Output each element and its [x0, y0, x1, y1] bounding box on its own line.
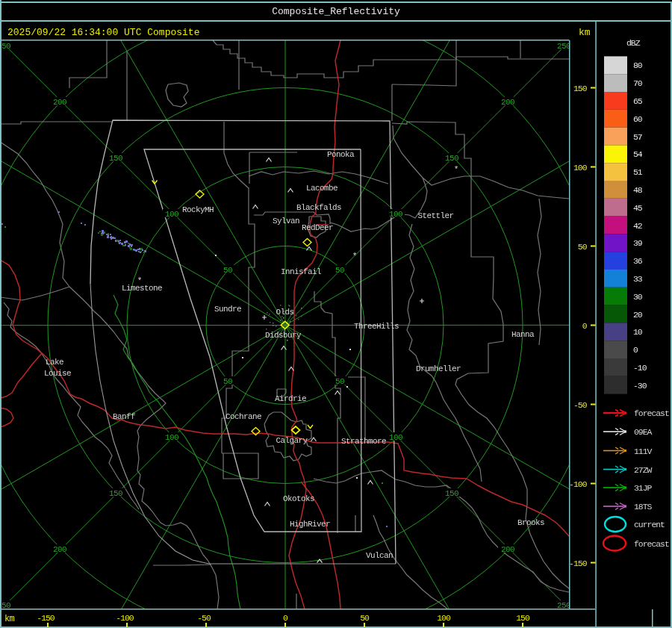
svg-text:150: 150: [516, 613, 530, 623]
svg-text:10: 10: [633, 327, 643, 337]
svg-text:42: 42: [633, 221, 643, 231]
svg-text:-30: -30: [633, 381, 647, 391]
svg-text:*: *: [352, 252, 358, 261]
svg-text:250: 250: [557, 42, 570, 51]
svg-text:100: 100: [165, 210, 178, 219]
svg-text:Sylvan: Sylvan: [273, 217, 299, 226]
svg-text:50: 50: [578, 242, 588, 252]
svg-text:33: 33: [633, 274, 643, 284]
svg-text:Louise: Louise: [44, 369, 71, 378]
svg-text:65: 65: [633, 96, 643, 106]
svg-text:48: 48: [633, 185, 643, 195]
svg-text:Vulcan: Vulcan: [366, 551, 393, 560]
svg-text:18TS: 18TS: [634, 502, 653, 512]
svg-text:31JP: 31JP: [634, 483, 653, 493]
svg-text:*: *: [454, 165, 459, 174]
svg-text:150: 150: [573, 84, 588, 93]
svg-text:70: 70: [633, 78, 643, 88]
svg-text:250: 250: [0, 42, 10, 51]
svg-text:Stettler: Stettler: [418, 211, 454, 220]
svg-text:200: 200: [53, 98, 66, 107]
svg-text:51: 51: [633, 167, 643, 177]
svg-text:forecast: forecast: [634, 408, 669, 418]
svg-text:200: 200: [501, 98, 514, 107]
svg-text:27ZW: 27ZW: [634, 465, 653, 475]
svg-text:km: km: [579, 27, 591, 38]
svg-text:100: 100: [573, 163, 588, 172]
svg-text:-10: -10: [633, 363, 647, 373]
svg-text:100: 100: [437, 613, 451, 623]
svg-text:80: 80: [633, 60, 643, 70]
svg-text:111V: 111V: [634, 447, 653, 456]
svg-text:150: 150: [109, 489, 122, 498]
svg-text:100: 100: [165, 433, 178, 442]
svg-text:50: 50: [335, 266, 344, 275]
svg-text:-150: -150: [37, 613, 55, 623]
svg-text:Airdrie: Airdrie: [275, 394, 306, 403]
svg-text:150: 150: [109, 154, 122, 163]
svg-text:Innisfail: Innisfail: [281, 267, 321, 276]
svg-text:RedDeer: RedDeer: [302, 223, 333, 232]
svg-text:Banff: Banff: [113, 412, 135, 421]
svg-text:-150: -150: [569, 559, 588, 568]
svg-text:Strathmore: Strathmore: [341, 437, 386, 446]
svg-text:Lacombe: Lacombe: [306, 184, 337, 193]
svg-text:150: 150: [445, 154, 458, 163]
svg-text:50: 50: [335, 377, 344, 386]
svg-text:09EA: 09EA: [634, 427, 653, 437]
svg-text:150: 150: [445, 489, 458, 498]
svg-text:-100: -100: [116, 613, 134, 623]
svg-text:200: 200: [501, 545, 514, 554]
svg-text:Composite_Reflectivity: Composite_Reflectivity: [272, 6, 400, 17]
svg-text:-100: -100: [569, 479, 588, 489]
svg-text:50: 50: [360, 613, 370, 623]
svg-text:Calgary: Calgary: [276, 436, 308, 445]
svg-text:100: 100: [389, 210, 402, 219]
svg-text:54: 54: [633, 149, 643, 159]
svg-text:Olds: Olds: [276, 308, 294, 317]
svg-text:50: 50: [223, 377, 232, 386]
svg-text:200: 200: [53, 545, 66, 554]
svg-text:Lake: Lake: [46, 358, 63, 367]
svg-text:45: 45: [633, 203, 643, 213]
svg-text:Blackfalds: Blackfalds: [296, 203, 341, 212]
svg-text:km: km: [4, 614, 15, 624]
svg-text:36: 36: [633, 256, 643, 266]
svg-text:Okotoks: Okotoks: [283, 494, 314, 503]
svg-text:57: 57: [633, 132, 642, 142]
svg-text:-50: -50: [197, 613, 211, 623]
svg-text:Sundre: Sundre: [214, 305, 241, 314]
svg-text:RockyMH: RockyMH: [182, 205, 214, 214]
svg-text:*: *: [137, 276, 143, 285]
svg-text:39: 39: [633, 238, 643, 248]
svg-text:Cochrane: Cochrane: [225, 412, 261, 421]
svg-text:100: 100: [389, 433, 402, 442]
svg-text:Didsbury: Didsbury: [265, 331, 302, 340]
svg-text:60: 60: [633, 114, 643, 124]
svg-text:20: 20: [633, 310, 643, 320]
svg-text:ThreeHills: ThreeHills: [354, 322, 399, 331]
svg-text:Hanna: Hanna: [511, 330, 535, 339]
svg-text:Ponoka: Ponoka: [327, 150, 355, 159]
svg-text:current: current: [634, 520, 665, 529]
svg-text:Brooks: Brooks: [517, 518, 544, 527]
svg-text:50: 50: [223, 266, 232, 275]
svg-text:dBZ: dBZ: [626, 38, 641, 48]
svg-text:forecast: forecast: [634, 539, 669, 549]
svg-text:-50: -50: [573, 400, 588, 410]
svg-text:2025/09/22 16:34:00 UTC Compos: 2025/09/22 16:34:00 UTC Composite: [7, 27, 199, 38]
svg-text:HighRiver: HighRiver: [290, 520, 330, 529]
svg-text:30: 30: [633, 292, 643, 302]
svg-text:Drumheller: Drumheller: [416, 364, 461, 373]
